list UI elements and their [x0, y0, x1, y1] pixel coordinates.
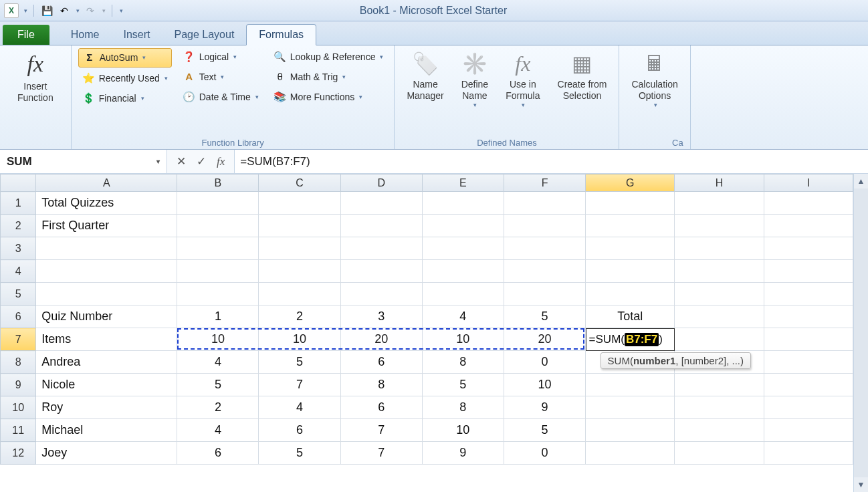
cell-B7[interactable]: 10: [177, 328, 259, 351]
cell-B9[interactable]: 5: [177, 374, 259, 396]
autosum-button[interactable]: Σ AutoSum ▾: [78, 48, 172, 68]
cell-I2[interactable]: [764, 215, 853, 237]
column-header-A[interactable]: A: [36, 174, 177, 192]
spreadsheet-table[interactable]: ABCDEFGHI 1Total Quizzes2First Quarter34…: [0, 174, 853, 465]
cell-A10[interactable]: Roy: [36, 396, 177, 419]
cell-D3[interactable]: [340, 237, 422, 260]
cell-D4[interactable]: [340, 260, 422, 283]
save-icon[interactable]: 💾: [40, 4, 53, 17]
redo-icon[interactable]: ↷: [84, 4, 97, 17]
cell-H7[interactable]: [675, 328, 764, 351]
cell-G3[interactable]: [586, 237, 675, 260]
cell-G9[interactable]: [586, 374, 675, 396]
math-trig-caret-icon[interactable]: ▾: [342, 73, 346, 82]
cell-B12[interactable]: 6: [177, 442, 259, 465]
cell-C6[interactable]: 2: [259, 305, 340, 328]
cell-G12[interactable]: [586, 442, 675, 465]
table-row[interactable]: 4: [1, 260, 853, 283]
cell-H3[interactable]: [675, 237, 764, 260]
cell-C3[interactable]: [259, 237, 340, 260]
row-header-11[interactable]: 11: [1, 419, 36, 442]
cell-F6[interactable]: 5: [504, 305, 585, 328]
cell-A1[interactable]: Total Quizzes: [36, 192, 177, 215]
column-header-row[interactable]: ABCDEFGHI: [1, 174, 853, 192]
logical-caret-icon[interactable]: ▾: [233, 53, 237, 62]
cell-G11[interactable]: [586, 419, 675, 442]
file-tab[interactable]: File: [3, 25, 49, 45]
cell-I9[interactable]: [764, 374, 853, 396]
cell-I3[interactable]: [764, 237, 853, 260]
table-row[interactable]: 6Quiz Number12345Total: [1, 305, 853, 328]
cell-A8[interactable]: Andrea: [36, 351, 177, 374]
cell-C10[interactable]: 4: [259, 396, 340, 419]
table-row[interactable]: 3: [1, 237, 853, 260]
cell-D2[interactable]: [340, 215, 422, 237]
cell-F5[interactable]: [504, 283, 585, 305]
cell-B3[interactable]: [177, 237, 259, 260]
cell-E5[interactable]: [422, 283, 504, 305]
cell-A9[interactable]: Nicole: [36, 374, 177, 396]
create-from-selection-button[interactable]: ▦ Create from Selection: [552, 48, 613, 104]
tab-insert[interactable]: Insert: [111, 25, 162, 45]
cell-E6[interactable]: 4: [422, 305, 504, 328]
autosum-caret-icon[interactable]: ▾: [142, 53, 146, 63]
column-header-G[interactable]: G: [586, 174, 675, 192]
cell-C2[interactable]: [259, 215, 340, 237]
recently-used-caret-icon[interactable]: ▾: [165, 74, 168, 84]
column-header-F[interactable]: F: [504, 174, 585, 192]
cell-H4[interactable]: [675, 260, 764, 283]
calc-caret-icon[interactable]: ▾: [654, 102, 657, 109]
cell-F3[interactable]: [504, 237, 585, 260]
table-row[interactable]: 7Items1010201020: [1, 328, 853, 351]
select-all-corner[interactable]: [1, 174, 36, 192]
cell-D6[interactable]: 3: [340, 305, 422, 328]
cell-I11[interactable]: [764, 419, 853, 442]
cell-I7[interactable]: [764, 328, 853, 351]
cell-C9[interactable]: 7: [259, 374, 340, 396]
cell-A5[interactable]: [36, 283, 177, 305]
cell-D7[interactable]: 20: [340, 328, 422, 351]
cell-H2[interactable]: [675, 215, 764, 237]
cell-H6[interactable]: [675, 305, 764, 328]
cell-C4[interactable]: [259, 260, 340, 283]
table-row[interactable]: 1Total Quizzes: [1, 192, 853, 215]
row-header-10[interactable]: 10: [1, 396, 36, 419]
table-row[interactable]: 9Nicole578510: [1, 374, 853, 396]
cell-C5[interactable]: [259, 283, 340, 305]
cell-D9[interactable]: 8: [340, 374, 422, 396]
define-name-button[interactable]: ✳️ Define Name ▾: [456, 48, 494, 112]
cell-A3[interactable]: [36, 237, 177, 260]
cell-B5[interactable]: [177, 283, 259, 305]
cell-F7[interactable]: 20: [504, 328, 585, 351]
cell-D1[interactable]: [340, 192, 422, 215]
cell-F11[interactable]: 5: [504, 419, 585, 442]
more-functions-button[interactable]: 📚 More Functions ▾: [269, 88, 388, 106]
cell-F12[interactable]: 0: [504, 442, 585, 465]
cell-I4[interactable]: [764, 260, 853, 283]
cell-D8[interactable]: 6: [340, 351, 422, 374]
tab-page-layout[interactable]: Page Layout: [162, 25, 246, 45]
lookup-reference-button[interactable]: 🔍 Lookup & Reference ▾: [269, 48, 388, 66]
enter-icon[interactable]: ✓: [194, 153, 209, 170]
cell-B1[interactable]: [177, 192, 259, 215]
define-name-caret-icon[interactable]: ▾: [473, 102, 477, 109]
column-header-D[interactable]: D: [340, 174, 422, 192]
grid-body[interactable]: ABCDEFGHI 1Total Quizzes2First Quarter34…: [0, 174, 853, 492]
cell-H1[interactable]: [675, 192, 764, 215]
cell-E10[interactable]: 8: [422, 396, 504, 419]
fx-icon[interactable]: fx: [214, 154, 227, 170]
cell-I6[interactable]: [764, 305, 853, 328]
cell-H11[interactable]: [675, 419, 764, 442]
row-header-2[interactable]: 2: [1, 215, 36, 237]
cell-B10[interactable]: 2: [177, 396, 259, 419]
row-header-7[interactable]: 7: [1, 328, 36, 351]
tab-home[interactable]: Home: [59, 25, 112, 45]
name-manager-button[interactable]: 🏷️ Name Manager: [401, 48, 449, 104]
cell-E2[interactable]: [422, 215, 504, 237]
date-time-caret-icon[interactable]: ▾: [255, 93, 259, 102]
cell-E7[interactable]: 10: [422, 328, 504, 351]
cell-A7[interactable]: Items: [36, 328, 177, 351]
cell-D12[interactable]: 7: [340, 442, 422, 465]
undo-icon[interactable]: ↶: [58, 4, 71, 17]
cell-E3[interactable]: [422, 237, 504, 260]
